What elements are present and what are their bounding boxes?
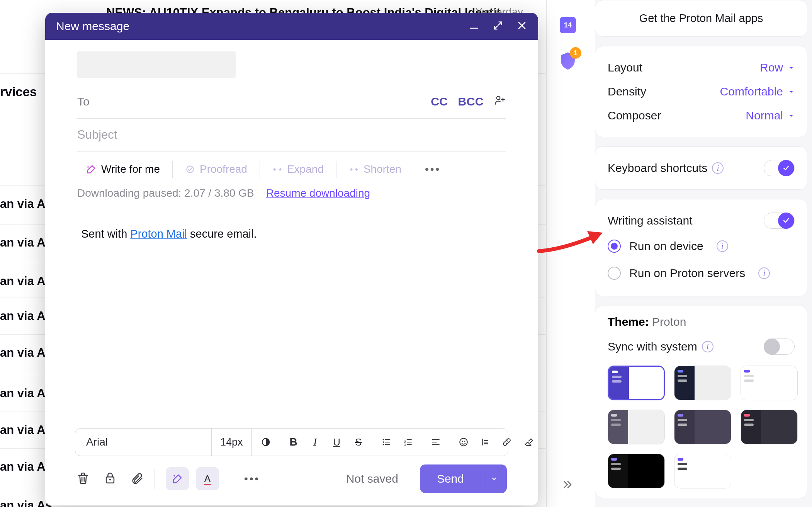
theme-duotone[interactable] [741,410,798,444]
download-status-row: Downloading paused: 2.07 / 3.80 GB Resum… [63,187,521,208]
separator [155,469,155,489]
subject-field[interactable] [77,119,506,151]
theme-classic[interactable] [608,410,665,444]
theme-contrast-dark[interactable] [608,454,665,488]
align-icon[interactable] [428,434,443,450]
separator [336,161,336,178]
minimize-icon[interactable] [469,20,479,32]
theme-snow[interactable] [741,366,798,400]
write-for-me-label: Write for me [101,163,160,175]
theme-proton[interactable] [608,366,665,400]
get-apps-button[interactable]: Get the Proton Mail apps [595,0,807,37]
clear-format-icon[interactable] [521,434,536,450]
close-icon[interactable] [516,20,527,32]
separator [172,161,173,178]
font-family-select[interactable]: Arial [80,436,211,448]
run-on-servers-label: Run on Proton servers [629,267,745,280]
font-size-select[interactable]: 14px [211,428,252,456]
underline-icon[interactable]: U [329,434,345,450]
app-switcher: 14 1 [559,17,577,72]
svg-point-3 [382,439,384,440]
bcc-button[interactable]: BCC [458,95,484,108]
link-icon[interactable] [499,434,515,450]
svg-point-10 [462,441,463,442]
security-app-icon[interactable]: 1 [559,51,577,72]
proton-mail-link[interactable]: Proton Mail [130,228,187,240]
email-body-editor[interactable]: Sent with Proton Mail secure email. [63,208,521,421]
strikethrough-icon[interactable]: S [351,434,366,450]
color-contrast-icon[interactable] [258,434,273,450]
from-field-redacted[interactable] [77,51,236,78]
keyboard-shortcuts-card: Keyboard shortcuts i [595,146,807,190]
density-label: Density [608,85,646,98]
quote-icon[interactable] [477,434,493,450]
separator [230,469,230,489]
delete-icon[interactable] [76,471,90,486]
notification-badge: 1 [570,47,581,59]
text-color-button[interactable]: A [196,467,219,490]
download-status-text: Downloading paused: 2.07 / 3.80 GB [77,187,254,199]
attachment-icon[interactable] [131,471,144,486]
info-icon[interactable]: i [702,341,713,352]
info-icon[interactable]: i [712,162,724,174]
shorten-button[interactable]: Shorten [340,159,410,179]
density-setting: Density Comfortable [608,80,795,104]
theme-contrast-light[interactable] [674,454,731,488]
calendar-day: 14 [564,21,572,29]
info-icon[interactable]: i [717,240,728,252]
theme-label: Theme: [608,315,649,328]
sync-toggle[interactable] [764,339,795,355]
run-on-device-option[interactable]: Run on device i [608,233,795,260]
run-on-servers-option[interactable]: Run on Proton servers i [608,260,795,287]
send-button[interactable]: Send [420,464,507,493]
add-contact-icon[interactable] [494,94,506,109]
layout-value-select[interactable]: Row [760,61,795,74]
bold-icon[interactable]: B [286,434,301,450]
proofread-button[interactable]: Proofread [177,159,256,179]
theme-monokai[interactable] [674,410,731,444]
send-dropdown-icon[interactable] [481,464,507,493]
encryption-icon[interactable] [104,471,117,486]
svg-point-11 [464,441,465,442]
settings-panel: Get the Proton Mail apps Layout Row Dens… [595,0,812,507]
assist-more-icon[interactable]: ••• [418,163,448,175]
expand-button[interactable]: Expand [264,159,332,179]
sync-label: Sync with system [608,340,697,353]
subject-input[interactable] [77,128,506,142]
expand-sidebar-icon[interactable] [562,478,574,492]
composer-mode-value: Normal [746,109,783,122]
get-apps-label: Get the Proton Mail apps [639,12,763,24]
footer-more-icon[interactable]: ••• [241,473,263,485]
ai-sparkle-button[interactable] [166,467,189,490]
info-icon[interactable]: i [758,267,770,279]
density-value-select[interactable]: Comfortable [720,85,795,98]
bullet-list-icon[interactable] [379,434,394,450]
italic-icon[interactable]: I [307,434,323,450]
number-list-icon[interactable]: 123 [400,434,416,450]
theme-carbon[interactable] [674,366,731,400]
calendar-app-icon[interactable]: 14 [560,17,576,33]
emoji-icon[interactable] [456,434,471,450]
svg-point-13 [109,479,111,480]
chevron-down-icon [788,65,795,71]
radio-selected[interactable] [608,240,621,253]
layout-settings-card: Layout Row Density Comfortable Composer … [595,46,807,137]
svg-point-5 [382,444,384,445]
svg-text:3: 3 [404,443,406,446]
signature-line: Sent with Proton Mail secure email. [81,226,502,243]
svg-point-0 [497,96,500,100]
layout-setting: Layout Row [608,56,795,80]
radio-unselected[interactable] [608,267,621,280]
cc-button[interactable]: CC [431,95,448,108]
svg-point-9 [460,438,467,446]
composer-footer: A ••• Not saved Send [75,464,508,493]
writing-assistant-toggle[interactable] [764,213,795,229]
kbd-toggle[interactable] [764,160,795,176]
to-field[interactable]: To CC BCC [77,85,506,119]
composer-mode-select[interactable]: Normal [746,109,795,122]
write-for-me-button[interactable]: Write for me [77,159,168,179]
expand-icon[interactable] [493,20,503,32]
composer-window: New message To CC BCC [45,13,538,505]
resume-downloading-link[interactable]: Resume downloading [266,187,370,199]
composer-mode-label: Composer [608,109,661,122]
